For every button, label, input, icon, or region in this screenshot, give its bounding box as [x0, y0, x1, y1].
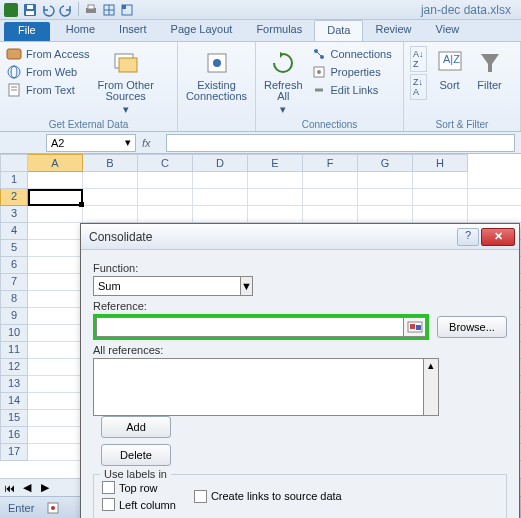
- browse-button[interactable]: Browse...: [437, 316, 507, 338]
- sort-icon: A|Z: [435, 48, 465, 78]
- pivot-icon[interactable]: [119, 2, 135, 18]
- tab-review[interactable]: Review: [363, 20, 423, 41]
- col-header-H[interactable]: H: [413, 154, 468, 172]
- formula-bar[interactable]: [166, 134, 515, 152]
- row-header[interactable]: 16: [0, 427, 28, 444]
- row-header[interactable]: 1: [0, 172, 28, 189]
- listbox-scrollbar[interactable]: ▴: [423, 358, 439, 416]
- dialog-titlebar[interactable]: Consolidate ? ✕: [81, 224, 519, 250]
- top-row-checkbox[interactable]: Top row: [102, 481, 176, 494]
- svg-rect-2: [27, 5, 33, 9]
- sort-asc-icon: A↓Z: [413, 49, 424, 69]
- delete-button[interactable]: Delete: [101, 444, 171, 466]
- left-column-checkbox[interactable]: Left column: [102, 498, 176, 511]
- from-text-button[interactable]: From Text: [6, 82, 90, 98]
- dialog-help-button[interactable]: ?: [457, 228, 479, 246]
- tab-data[interactable]: Data: [314, 20, 363, 41]
- svg-point-28: [51, 506, 55, 510]
- svg-line-22: [317, 52, 321, 56]
- print-icon[interactable]: [83, 2, 99, 18]
- row-header[interactable]: 4: [0, 223, 28, 240]
- row-header[interactable]: 5: [0, 240, 28, 257]
- row-header[interactable]: 12: [0, 359, 28, 376]
- col-header-E[interactable]: E: [248, 154, 303, 172]
- table-icon[interactable]: [101, 2, 117, 18]
- row-header[interactable]: 15: [0, 410, 28, 427]
- row-header[interactable]: 14: [0, 393, 28, 410]
- filter-label: Filter: [477, 80, 501, 91]
- redo-icon[interactable]: [58, 2, 74, 18]
- function-combo[interactable]: ▼: [93, 276, 233, 296]
- sort-asc-button[interactable]: A↓Z: [410, 46, 427, 72]
- existing-connections-button[interactable]: Existing Connections: [184, 46, 249, 102]
- function-input[interactable]: [93, 276, 241, 296]
- add-button[interactable]: Add: [101, 416, 171, 438]
- refresh-icon: [268, 48, 298, 78]
- sheet-nav-prev-icon[interactable]: ◀: [18, 481, 36, 494]
- consolidate-dialog: Consolidate ? ✕ Function: ▼ Reference: B…: [80, 223, 520, 518]
- sheet-nav-next-icon[interactable]: ▶: [36, 481, 54, 494]
- function-dropdown-icon[interactable]: ▼: [241, 276, 253, 296]
- tab-view[interactable]: View: [424, 20, 472, 41]
- row-header[interactable]: 11: [0, 342, 28, 359]
- col-header-F[interactable]: F: [303, 154, 358, 172]
- row-header[interactable]: 10: [0, 325, 28, 342]
- svg-text:A|Z: A|Z: [443, 53, 460, 65]
- row-header[interactable]: 8: [0, 291, 28, 308]
- ribbon-tabs: File Home Insert Page Layout Formulas Da…: [0, 20, 521, 42]
- tab-page-layout[interactable]: Page Layout: [159, 20, 245, 41]
- macro-record-icon[interactable]: [46, 501, 60, 515]
- row-header[interactable]: 13: [0, 376, 28, 393]
- name-box[interactable]: A2▾: [46, 134, 136, 152]
- tab-insert[interactable]: Insert: [107, 20, 159, 41]
- col-header-C[interactable]: C: [138, 154, 193, 172]
- sheet-nav-first-icon[interactable]: ⏮: [0, 482, 18, 494]
- edit-links-button[interactable]: Edit Links: [311, 82, 392, 98]
- col-header-G[interactable]: G: [358, 154, 413, 172]
- svg-rect-30: [410, 324, 415, 329]
- col-header-D[interactable]: D: [193, 154, 248, 172]
- properties-button[interactable]: Properties: [311, 64, 392, 80]
- tab-home[interactable]: Home: [54, 20, 107, 41]
- allrefs-listbox[interactable]: [93, 358, 423, 416]
- row-header[interactable]: 17: [0, 444, 28, 461]
- checkbox-icon: [102, 498, 115, 511]
- row-header[interactable]: 9: [0, 308, 28, 325]
- row-header[interactable]: 3: [0, 206, 28, 223]
- save-icon[interactable]: [22, 2, 38, 18]
- tab-file[interactable]: File: [4, 22, 50, 41]
- sort-desc-button[interactable]: Z↓A: [410, 74, 427, 100]
- create-links-checkbox[interactable]: Create links to source data: [194, 490, 342, 503]
- quick-access-toolbar: [22, 2, 135, 18]
- dialog-close-button[interactable]: ✕: [481, 228, 515, 246]
- col-header-A[interactable]: A: [28, 154, 83, 172]
- undo-icon[interactable]: [40, 2, 56, 18]
- links-icon: [311, 82, 327, 98]
- reference-input[interactable]: [96, 317, 404, 337]
- select-all-corner[interactable]: [0, 154, 28, 172]
- refresh-all-button[interactable]: Refresh All▾: [262, 46, 305, 115]
- svg-rect-31: [416, 325, 421, 330]
- refresh-label: Refresh All: [264, 80, 303, 102]
- tab-formulas[interactable]: Formulas: [244, 20, 314, 41]
- collapse-dialog-icon[interactable]: [404, 317, 426, 337]
- group-getdata-label: Get External Data: [0, 119, 177, 130]
- fx-icon[interactable]: fx: [142, 137, 160, 149]
- create-links-label: Create links to source data: [211, 490, 342, 502]
- filter-button[interactable]: Filter: [473, 46, 507, 91]
- svg-point-12: [11, 66, 17, 78]
- from-access-button[interactable]: From Access: [6, 46, 90, 62]
- row-header[interactable]: 6: [0, 257, 28, 274]
- row-header[interactable]: 2: [0, 189, 28, 206]
- svg-rect-10: [7, 49, 21, 59]
- from-other-sources-button[interactable]: From Other Sources▾: [96, 46, 156, 115]
- row-header[interactable]: 7: [0, 274, 28, 291]
- svg-point-19: [213, 59, 221, 67]
- connections-button[interactable]: Connections: [311, 46, 392, 62]
- dropdown-icon[interactable]: ▾: [125, 136, 131, 149]
- from-access-label: From Access: [26, 48, 90, 60]
- from-web-button[interactable]: From Web: [6, 64, 90, 80]
- connections-icon: [311, 46, 327, 62]
- col-header-B[interactable]: B: [83, 154, 138, 172]
- sort-button[interactable]: A|ZSort: [433, 46, 467, 91]
